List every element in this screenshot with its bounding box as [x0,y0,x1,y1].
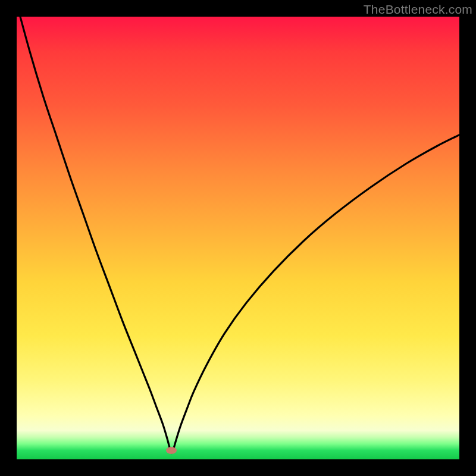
bottleneck-curve [17,17,459,459]
plot-area [17,17,459,459]
chart-frame: TheBottleneck.com [0,0,476,476]
min-point-marker [166,447,177,454]
watermark-text: TheBottleneck.com [364,2,472,17]
